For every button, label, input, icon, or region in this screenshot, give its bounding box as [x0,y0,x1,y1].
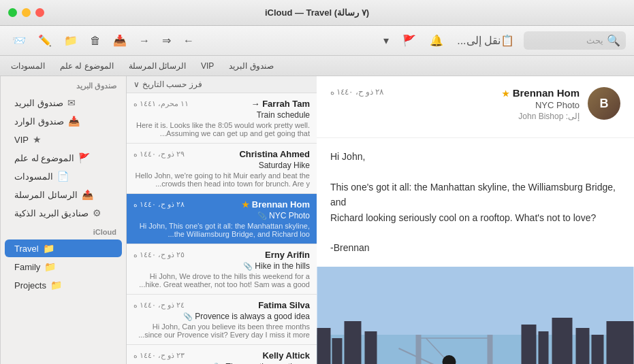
star-icon: ★ [502,89,509,99]
maximize-button[interactable] [8,8,17,17]
toolbar-right: ← ⇒ → 📥 🗑 📁 ✏️ 📨 [8,31,198,50]
email-date: ٢٣ ذو ح، ١٤٤٠ ه [133,351,185,360]
sidebar-item-family[interactable]: 📁 Family [5,258,122,276]
sidebar-item-flagged[interactable]: 🚩 الموضوع له علم [5,149,122,167]
attach-icon: 📎 [243,262,253,270]
forward-all-icon: ⇒ [162,34,171,47]
email-sender: Christina Ahmed [239,149,310,159]
sidebar-item-smart[interactable]: ⚙ صناديق البريد الذكية [5,204,122,222]
sidebar-item-label: صندوق الوارد [14,116,64,127]
send-button[interactable]: 📨 [8,31,30,50]
email-row[interactable]: Brennan Hom ★ ٢٨ ذو ح، ١٤٤٠ ه NYC Photo … [127,194,317,244]
email-subject: Saturday Hike [133,161,310,170]
compose-button[interactable]: ✏️ [34,31,56,50]
email-date: ٢٤ ذو ح، ١٤٤٠ ه [133,301,185,310]
email-sender: Fatima Silva [258,300,310,310]
email-row-header: Fatima Silva ٢٤ ذو ح، ١٤٤٠ ه [133,300,310,310]
sort-arrow: ∨ [133,80,140,89]
email-row-header: Kelly Altick ٢٣ ذو ح، ١٤٤٠ ه [133,350,310,361]
notify-button[interactable]: 🔔 [426,31,447,50]
email-row[interactable]: Kelly Altick ٢٣ ذو ح، ١٤٤٠ ه The vacatio… [127,345,317,364]
avatar: B [588,87,620,120]
email-row[interactable]: Christina Ahmed ٢٩ ذو ح، ١٤٤٠ ه Saturday… [127,144,317,194]
email-sender: Brennan Hom ★ [242,199,310,210]
sidebar-item-mailbox[interactable]: ✉ صندوق البريد [5,94,122,112]
svg-rect-15 [539,331,549,364]
email-row-header: Christina Ahmed ٢٩ ذو ح، ١٤٤٠ ه [133,149,310,159]
tab-sent[interactable]: الرسائل المرسلة [122,59,193,73]
sidebar-item-label: صناديق البريد الذكية [14,208,89,218]
trash-button[interactable]: 🗑 [86,32,105,50]
star-vip-icon: ★ [33,134,42,145]
forward-all-button[interactable]: ⇒ [158,31,175,50]
email-date: ٢٨ ذو ح، ١٤٤٠ ه [133,200,185,209]
email-subject: Provence is always a good idea 📎 [133,312,310,321]
svg-rect-8 [488,335,493,364]
email-preview: Here it is. Looks like the 8:05 would wo… [133,121,310,137]
tab-flagged[interactable]: الموضوع له علم [53,59,121,73]
email-row[interactable]: Erny Arifin ٢٥ ذو ح، ١٤٤٠ ه Hike in the … [127,244,317,295]
flag-icon: 🚩 [402,34,416,47]
email-header: B Brennan Hom ★ NYC Photo إلى: John Bish… [317,76,634,138]
sidebar-item-label: VIP [14,135,29,145]
email-row[interactable]: Fatima Silva ٢٤ ذو ح، ١٤٤٠ ه Provence is… [127,295,317,345]
folder-travel-icon: 📁 [43,243,54,254]
sidebar-section-mail: صندوق البريد [1,76,126,93]
tab-drafts[interactable]: المسودات [4,59,52,73]
forward-button[interactable]: → [135,32,154,50]
folder-button[interactable]: 📁 [60,31,82,50]
move-icon: 📋 [501,34,514,47]
svg-rect-7 [416,335,422,364]
minimize-button[interactable] [22,8,31,17]
tab-vip[interactable]: VIP [194,59,221,73]
email-viewer: B Brennan Hom ★ NYC Photo إلى: John Bish… [317,76,634,364]
folder-icon: 📁 [64,34,78,47]
sidebar-item-drafts[interactable]: 📄 المسودات [5,167,122,185]
tab-inbox[interactable]: صندوق البريد [222,59,280,73]
email-meta: Brennan Hom ★ NYC Photo إلى: John Bishop [383,87,588,121]
body-line-1: Hi John, [330,149,620,164]
sidebar-item-projects[interactable]: 📁 Projects [5,276,122,294]
svg-rect-11 [332,338,343,364]
email-row[interactable]: Farrah Tam → ١١ محرم، ١٤٤١ ه Train sched… [127,93,317,144]
email-date: ٢٩ ذو ح، ١٤٤٠ ه [133,150,185,159]
dropdown-button[interactable]: ▾ [379,31,393,50]
body-line-2: This one's got it all: the Manhattan sky… [330,180,620,225]
sidebar-item-travel[interactable]: 📁 Travel [5,239,122,257]
flag-button[interactable]: 🚩 [398,31,420,50]
email-subject: Train schedule [133,110,310,120]
search-input[interactable] [529,35,603,46]
sidebar: صندوق البريد ✉ صندوق البريد 📥 صندوق الوا… [0,76,126,364]
archive-button[interactable]: 📥 [109,31,131,50]
email-preview: Hi John, This one's got it all: the Manh… [133,222,310,238]
folder-projects-icon: 📁 [50,280,62,291]
attach-icon: 📎 [257,212,267,220]
sort-bar[interactable]: فرز حسب التاريخ ∨ [127,76,317,93]
sidebar-item-vip[interactable]: ★ VIP [5,131,122,148]
sidebar-item-label: Projects [14,280,46,291]
search-box[interactable]: 🔍 [524,31,626,50]
sidebar-item-sent[interactable]: 📤 الرسائل المرسلة [5,186,122,203]
email-sender: Erny Arifin [265,250,310,260]
email-date: ١١ محرم، ١٤٤١ ه [133,99,189,108]
global-tabs: صندوق البريد VIP الرسائل المرسلة الموضوع… [0,56,634,76]
close-button[interactable] [35,8,44,17]
email-date: ٢٥ ذو ح، ١٤٤٠ ه [133,250,185,259]
message-list: فرز حسب التاريخ ∨ Farrah Tam → ١١ محرم، … [126,76,317,364]
move-button[interactable]: 📋 نقل إلى... [453,31,518,50]
svg-rect-10 [317,328,331,364]
star-icon: ★ [242,200,249,210]
email-preview: Hi John, Can you believe its been three … [133,322,310,339]
svg-rect-18 [592,335,604,364]
email-subject-viewer: NYC Photo [392,100,580,110]
email-photo [317,267,634,364]
svg-rect-19 [607,321,634,364]
folder-family-icon: 📁 [44,261,56,272]
sidebar-item-label: صندوق البريد [14,98,63,108]
sidebar-item-label: Travel [14,244,39,254]
sidebar-item-inbox[interactable]: 📥 صندوق الوارد [5,112,122,130]
attach-icon: 📎 [183,312,193,320]
back-button[interactable]: ← [179,32,198,50]
svg-rect-14 [522,325,537,364]
window-title: (٧ رسالة) iCloud — Travel [265,7,369,18]
